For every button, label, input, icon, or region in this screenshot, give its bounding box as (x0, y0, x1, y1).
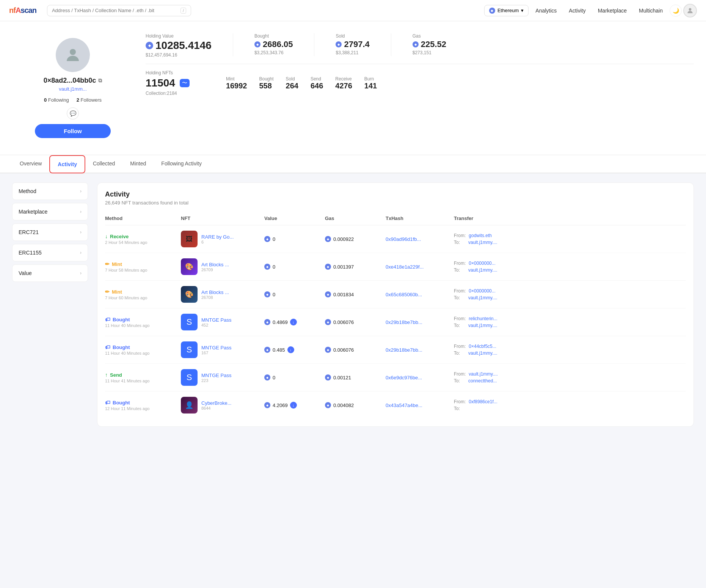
txhash-cell[interactable]: 0x90ad96d1fb... (386, 236, 454, 242)
filter-erc1155[interactable]: ERC1155 › (12, 244, 88, 261)
txhash-cell[interactable]: 0xe418e1a229f... (386, 264, 454, 270)
nft-name[interactable]: MNTGE Pass (201, 317, 231, 323)
nft-name[interactable]: RARE by Go... (201, 234, 234, 240)
gas-stat: Gas ◆ 225.52 $273,151 (413, 33, 446, 55)
divider (391, 33, 391, 56)
nft-cell: 🎨 Art Blocks ... 26708 (181, 286, 264, 303)
bought-icon: 🏷 (105, 344, 110, 350)
value-cell: ◆ 0 (264, 236, 325, 242)
transfer-from[interactable]: godwits.eth (469, 233, 492, 238)
header-nav: ◆ Ethereum ▾ Analytics Activity Marketpl… (484, 4, 697, 17)
eth-icon-gas: ◆ (325, 236, 331, 242)
nft-stats: Mint 16992 Bought 558 Sold 264 Send 646 … (226, 70, 377, 96)
col-txhash: TxHash (386, 215, 454, 221)
transfer-from[interactable]: relichunterin... (469, 316, 497, 321)
filter-method[interactable]: Method › (12, 182, 88, 200)
method-cell: ✏ Mint 7 Hour 58 Minutes ago (105, 261, 181, 272)
value-cell: ◆ 0 (264, 291, 325, 297)
receive-stat: Receive 4276 (335, 76, 352, 90)
eth-icon: ◆ (264, 291, 270, 297)
download-icon: ↓ (287, 346, 294, 353)
transfer-cell: From:0×0000000... To:vault.j1mmy.... (454, 288, 686, 300)
txhash-cell[interactable]: 0x6e9dc976be... (386, 375, 454, 380)
vault-link[interactable]: vault.j1mm... (59, 86, 87, 92)
tab-overview[interactable]: Overview (12, 155, 49, 173)
nft-thumbnail: 👤 (181, 397, 198, 413)
filter-erc721[interactable]: ERC721 › (12, 223, 88, 241)
transfer-from[interactable]: vault.j1mmy.... (469, 371, 497, 377)
txhash-cell[interactable]: 0x29b18be7bb... (386, 347, 454, 353)
mint-icon: ✏ (105, 261, 110, 267)
tab-collected[interactable]: Collected (85, 155, 122, 173)
nav-activity[interactable]: Activity (563, 5, 591, 16)
chevron-right-icon: › (80, 230, 82, 235)
tab-following-activity[interactable]: Following Activity (154, 155, 209, 173)
tab-activity[interactable]: Activity (49, 155, 85, 173)
sold-stat: Sold ◆ 2797.4 $3,388,211 (336, 33, 369, 55)
nav-multichain[interactable]: Multichain (634, 5, 668, 16)
txhash-cell[interactable]: 0x29b18be7bb... (386, 319, 454, 325)
search-bar[interactable]: / (47, 5, 191, 16)
col-method: Method (105, 215, 181, 221)
txhash-cell[interactable]: 0x43a547a4be... (386, 402, 454, 408)
transfer-to[interactable]: vault.j1mmy.... (468, 323, 497, 328)
transfer-to[interactable]: vault.j1mmy.... (468, 295, 497, 300)
transfer-cell: From:relichunterin... To:vault.j1mmy.... (454, 316, 686, 328)
eth-icon-sold: ◆ (336, 41, 342, 47)
chevron-down-icon: ▾ (521, 8, 524, 13)
bought-stat: Bought ◆ 2686.05 $3,253,343.76 (254, 33, 293, 55)
follow-button[interactable]: Follow (35, 124, 111, 138)
nft-name[interactable]: MNTGE Pass (201, 345, 231, 351)
transfer-to[interactable]: vault.j1mmy.... (468, 267, 497, 273)
transfer-from[interactable]: 0×44cbf5c5... (469, 344, 496, 349)
nft-name[interactable]: Art Blocks ... (201, 289, 229, 295)
eth-icon: ◆ (264, 319, 270, 325)
gas-cell: ◆ 0.00121 (325, 374, 386, 380)
value-cell: ◆ 4.2069 ↓ (264, 402, 325, 409)
tabs-bar: Overview Activity Collected Minted Follo… (0, 155, 706, 173)
nav-marketplace[interactable]: Marketplace (593, 5, 632, 16)
user-avatar[interactable] (683, 4, 697, 17)
chevron-right-icon: › (80, 189, 82, 194)
stats-bottom-row: Holding NFTs 11504 〜 Collection:2184 Min… (146, 64, 694, 96)
theme-toggle[interactable]: 🌙 (670, 5, 682, 17)
nav-analytics[interactable]: Analytics (530, 5, 562, 16)
nft-thumbnail: S (181, 369, 198, 386)
value-cell: ◆ 0.4869 ↓ (264, 319, 325, 325)
transfer-to[interactable]: connectthed... (468, 378, 497, 384)
nft-name[interactable]: MNTGE Pass (201, 373, 231, 378)
divider (233, 33, 233, 56)
filter-value[interactable]: Value › (12, 264, 88, 282)
col-gas: Gas (325, 215, 386, 221)
table-header: Method NFT Value Gas TxHash Transfer (105, 212, 686, 225)
copy-icon[interactable]: ⧉ (98, 77, 102, 84)
nft-name[interactable]: Art Blocks ... (201, 262, 229, 267)
nft-cell: S MNTGE Pass 452 (181, 314, 264, 330)
nft-thumbnail: 🖼 (181, 231, 198, 247)
transfer-from[interactable]: 0xf8986ce1f... (469, 399, 497, 404)
eth-icon-gas: ◆ (325, 264, 331, 270)
trend-icon: 〜 (180, 79, 190, 87)
transfer-from[interactable]: 0×0000000... (469, 288, 495, 294)
nft-name[interactable]: CyberBroke... (201, 400, 231, 406)
filters-sidebar: Method › Marketplace › ERC721 › ERC1155 … (12, 182, 88, 427)
network-selector[interactable]: ◆ Ethereum ▾ (484, 5, 529, 16)
message-icon[interactable]: 💬 (67, 107, 79, 119)
tab-minted[interactable]: Minted (122, 155, 154, 173)
transfer-to[interactable]: vault.j1mmy.... (468, 351, 497, 356)
txhash-cell[interactable]: 0x65c685060b... (386, 292, 454, 297)
transfer-from[interactable]: 0×0000000... (469, 261, 495, 266)
eth-icon-gas: ◆ (413, 41, 419, 47)
gas-cell: ◆ 0.006076 (325, 347, 386, 353)
eth-icon: ◆ (264, 347, 270, 353)
table-row: 🏷 Bought 12 Hour 11 Minutes ago 👤 CyberB… (105, 391, 686, 419)
gas-cell: ◆ 0.006076 (325, 319, 386, 325)
col-transfer: Transfer (454, 215, 686, 221)
transfer-to[interactable]: vault.j1mmy.... (468, 240, 497, 245)
search-input[interactable] (52, 8, 177, 13)
stats-top-row: Holding Value ◆ 10285.4146 $12,457,694.1… (146, 33, 694, 58)
logo: nfAscan (9, 6, 36, 15)
send-icon: ↑ (105, 372, 108, 378)
filter-marketplace[interactable]: Marketplace › (12, 203, 88, 220)
download-icon: ↓ (290, 402, 297, 409)
